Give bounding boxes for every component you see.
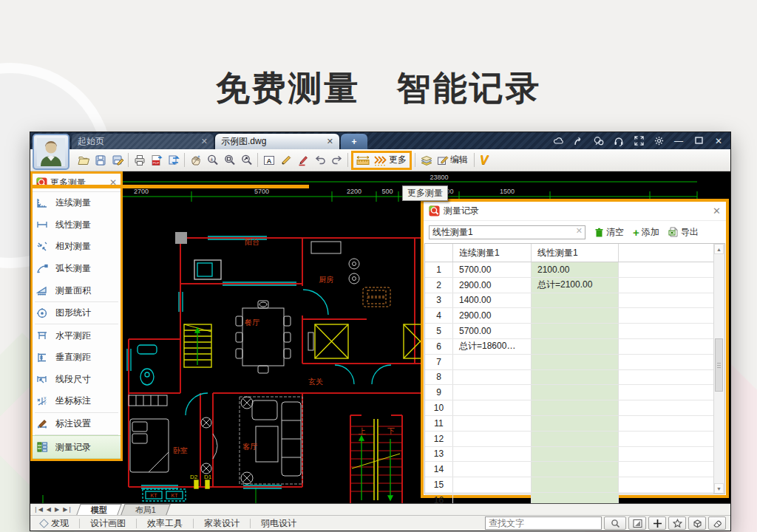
sidebar-item-annotation-settings[interactable]: 标注设置 xyxy=(33,413,120,435)
table-cell[interactable]: 4 xyxy=(425,308,453,323)
export-pdf-button[interactable]: PDF xyxy=(148,151,165,169)
table-cell[interactable] xyxy=(532,385,619,400)
table-row[interactable]: 7 xyxy=(425,355,714,370)
export-button[interactable]: 导出 xyxy=(668,226,699,239)
settings-gear-icon[interactable] xyxy=(653,135,665,147)
table-cell[interactable] xyxy=(532,462,619,477)
screen-tool-button[interactable] xyxy=(628,516,646,530)
favorite-tool-button[interactable] xyxy=(668,516,686,530)
tab-drawing[interactable]: 示例图.dwg ✕ xyxy=(215,134,339,149)
table-cell[interactable]: 9 xyxy=(425,385,453,400)
table-cell[interactable]: 总计=2100.00 xyxy=(532,278,619,293)
table-cell[interactable] xyxy=(532,477,619,492)
table-cell[interactable] xyxy=(453,432,532,446)
edit-button[interactable]: 编辑 xyxy=(435,151,472,169)
pencil-button[interactable] xyxy=(277,151,294,169)
table-row[interactable]: 9 xyxy=(425,385,714,400)
table-cell[interactable] xyxy=(532,447,619,462)
table-cell[interactable]: 1400.00 xyxy=(453,293,532,308)
sidebar-item-area-measure[interactable]: 测量面积 xyxy=(33,279,120,301)
table-cell[interactable]: 12 xyxy=(425,432,453,446)
table-row[interactable]: 14 xyxy=(425,462,714,477)
more-label[interactable]: 更多 xyxy=(389,154,407,166)
first-sheet-icon[interactable]: ❘◀ xyxy=(32,506,44,513)
save-button[interactable] xyxy=(92,151,109,169)
table-cell[interactable] xyxy=(619,355,714,369)
batch-convert-button[interactable] xyxy=(165,151,182,169)
text-annotate-button[interactable]: A xyxy=(260,151,277,169)
table-cell[interactable] xyxy=(532,416,619,431)
zoom-extents-button[interactable] xyxy=(238,151,255,169)
table-cell[interactable] xyxy=(619,324,714,338)
efficiency-tools-button[interactable]: 效率工具 xyxy=(137,517,193,530)
last-sheet-icon[interactable]: ▶❘ xyxy=(61,506,74,513)
sidebar-item-graphic-stats[interactable]: 图形统计 xyxy=(33,302,120,324)
maximize-icon[interactable] xyxy=(693,135,705,147)
table-cell[interactable]: 11 xyxy=(425,416,453,431)
column-header[interactable]: 线性测量1 xyxy=(532,244,619,262)
headset-icon[interactable] xyxy=(613,135,625,147)
sidebar-item-vertical-distance[interactable]: 垂直测距 xyxy=(33,347,120,369)
table-cell[interactable]: 15 xyxy=(425,477,453,492)
table-cell[interactable]: 16 xyxy=(425,493,453,503)
table-cell[interactable]: 5 xyxy=(425,324,453,338)
wechat-icon[interactable] xyxy=(593,135,605,147)
column-header[interactable]: 连续测量1 xyxy=(453,244,532,262)
prev-sheet-icon[interactable]: ◀ xyxy=(45,506,52,513)
sidebar-item-continuous-measure[interactable]: 连续测量 xyxy=(33,192,120,214)
table-row[interactable]: 16 xyxy=(425,493,714,503)
table-cell[interactable] xyxy=(532,324,619,338)
tab-model[interactable]: 模型 xyxy=(76,504,121,515)
table-cell[interactable]: 2900.00 xyxy=(453,278,532,293)
table-cell[interactable] xyxy=(532,432,619,446)
table-row[interactable]: 22900.00总计=2100.00 xyxy=(425,278,714,293)
table-cell[interactable] xyxy=(619,278,714,293)
pan-hand-button[interactable] xyxy=(187,151,204,169)
table-scrollbar[interactable]: ▲ ▼ xyxy=(713,244,724,494)
table-cell[interactable] xyxy=(453,493,532,503)
table-cell[interactable] xyxy=(619,370,714,385)
table-cell[interactable] xyxy=(532,493,619,503)
new-tab-button[interactable]: + xyxy=(341,134,367,149)
clear-button[interactable]: 清空 xyxy=(594,226,624,239)
table-cell[interactable] xyxy=(453,400,532,415)
table-cell[interactable] xyxy=(453,385,532,400)
table-cell[interactable]: 5700.00 xyxy=(453,324,532,338)
table-cell[interactable] xyxy=(453,447,532,462)
eraser-tool-button[interactable] xyxy=(708,516,726,530)
table-row[interactable]: 10 xyxy=(425,400,714,416)
table-cell[interactable] xyxy=(619,385,714,400)
table-cell[interactable]: 6 xyxy=(425,339,453,354)
table-cell[interactable]: 8 xyxy=(425,370,453,385)
design-draw-button[interactable]: 设计画图 xyxy=(80,517,136,530)
table-cell[interactable] xyxy=(619,339,714,354)
table-row[interactable]: 42900.00 xyxy=(425,308,714,324)
table-cell[interactable]: 14 xyxy=(425,462,453,477)
table-row[interactable]: 55700.00 xyxy=(425,324,714,339)
sidebar-item-relative-measure[interactable]: 相对测量 xyxy=(33,236,120,258)
table-cell[interactable] xyxy=(453,462,532,477)
clear-input-icon[interactable]: ✕ xyxy=(576,227,583,235)
table-cell[interactable] xyxy=(619,416,714,431)
table-cell[interactable]: 2900.00 xyxy=(453,308,532,323)
table-cell[interactable] xyxy=(619,432,714,446)
table-cell[interactable]: 5700.00 xyxy=(453,262,532,277)
home-design-button[interactable]: 家装设计 xyxy=(194,517,250,530)
close-icon[interactable]: ✕ xyxy=(713,135,724,147)
table-cell[interactable] xyxy=(453,416,532,431)
table-row[interactable]: 15700.002100.00 xyxy=(425,262,714,278)
table-cell[interactable] xyxy=(619,262,714,277)
user-avatar[interactable] xyxy=(33,134,69,170)
crosshair-tool-button[interactable] xyxy=(648,516,666,530)
cloud-icon[interactable] xyxy=(553,135,565,147)
more-measure-button[interactable] xyxy=(371,151,388,169)
find-text-input[interactable] xyxy=(485,516,602,530)
tab-layout1[interactable]: 布局1 xyxy=(120,504,171,515)
table-row[interactable]: 12 xyxy=(425,432,714,447)
save-as-button[interactable] xyxy=(109,151,126,169)
drawing-canvas[interactable]: 23800 2700 5700 2200 500 1600 500 1500 xyxy=(30,171,730,503)
minimize-icon[interactable]: — xyxy=(673,135,685,147)
table-cell[interactable] xyxy=(532,293,619,308)
table-cell[interactable] xyxy=(619,477,714,492)
sidebar-item-measure-records[interactable]: 测量记录 xyxy=(33,435,120,459)
